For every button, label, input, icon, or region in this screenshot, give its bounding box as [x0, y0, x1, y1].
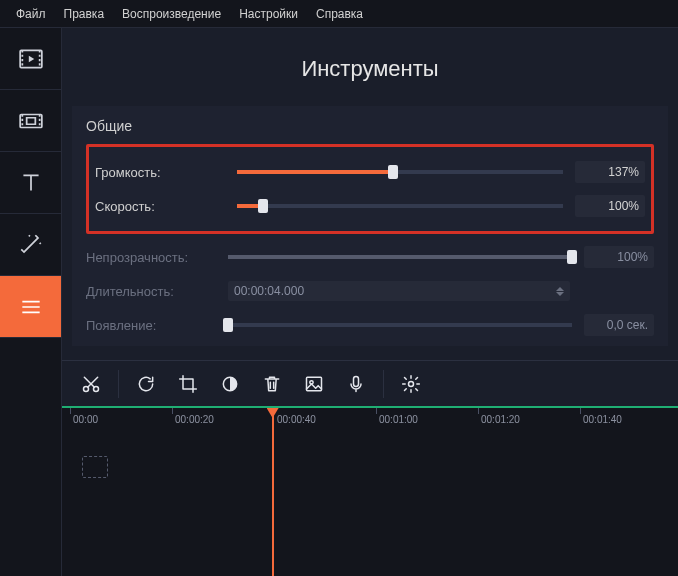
menubar: Файл Правка Воспроизведение Настройки Сп… [0, 0, 678, 28]
side-play-icon[interactable] [0, 28, 61, 90]
cut-button[interactable] [72, 366, 110, 402]
duration-label: Длительность: [86, 284, 216, 299]
highlight-box: Громкость: 137% Скорость: [86, 144, 654, 234]
rotate-button[interactable] [127, 366, 165, 402]
volume-label: Громкость: [95, 165, 225, 180]
svg-rect-1 [20, 114, 42, 127]
track-thumbnail-icon [82, 456, 108, 478]
menu-file[interactable]: Файл [8, 3, 54, 25]
side-clip-icon[interactable] [0, 90, 61, 152]
mic-button[interactable] [337, 366, 375, 402]
duration-value: 00:00:04.000 [234, 284, 304, 298]
section-general: Общие Громкость: 137% Скорость: [72, 106, 668, 346]
content-area: Инструменты Общие Громкость: 137% [62, 28, 678, 576]
side-wand-icon[interactable] [0, 214, 61, 276]
opacity-label: Непрозрачность: [86, 250, 216, 265]
section-head: Общие [86, 118, 654, 144]
contrast-button[interactable] [211, 366, 249, 402]
row-opacity: Непрозрачность: 100% [86, 240, 654, 274]
timecode: 00:00:20 [175, 414, 214, 425]
speed-label: Скорость: [95, 199, 225, 214]
timecode: 00:01:40 [583, 414, 622, 425]
side-hamburger-icon[interactable] [0, 276, 61, 338]
opacity-value: 100% [584, 246, 654, 268]
appear-slider [228, 317, 572, 333]
menu-play[interactable]: Воспроизведение [114, 3, 229, 25]
opacity-thumb [567, 250, 577, 264]
row-appear: Появление: 0,0 сек. [86, 308, 654, 342]
image-button[interactable] [295, 366, 333, 402]
opacity-fill [228, 255, 572, 259]
trash-button[interactable] [253, 366, 291, 402]
timecode: 00:01:00 [379, 414, 418, 425]
divider [118, 370, 119, 398]
main-row: Инструменты Общие Громкость: 137% [0, 28, 678, 576]
divider [383, 370, 384, 398]
volume-slider[interactable] [237, 164, 563, 180]
playhead[interactable] [272, 408, 274, 576]
timeline[interactable]: 00:00 00:00:20 00:00:40 00:01:00 00:01:2… [62, 406, 678, 576]
row-volume: Громкость: 137% [95, 155, 645, 189]
side-toolbar [0, 28, 62, 576]
appear-label: Появление: [86, 318, 216, 333]
menu-help[interactable]: Справка [308, 3, 371, 25]
appear-value: 0,0 сек. [584, 314, 654, 336]
icon-toolbar [62, 360, 678, 406]
crop-button[interactable] [169, 366, 207, 402]
speed-value[interactable]: 100% [575, 195, 645, 217]
row-duration: Длительность: 00:00:04.000 [86, 274, 654, 308]
timecode: 00:00 [73, 414, 98, 425]
duration-input: 00:00:04.000 [228, 281, 570, 301]
speed-slider[interactable] [237, 198, 563, 214]
spinner-icon [556, 287, 564, 296]
panel-title: Инструменты [62, 28, 678, 106]
timecode: 00:01:20 [481, 414, 520, 425]
volume-fill [237, 170, 393, 174]
menu-edit[interactable]: Правка [56, 3, 113, 25]
speed-thumb[interactable] [258, 199, 268, 213]
appear-thumb [223, 318, 233, 332]
volume-thumb[interactable] [388, 165, 398, 179]
opacity-slider [228, 249, 572, 265]
timeline-ruler[interactable]: 00:00 00:00:20 00:00:40 00:01:00 00:01:2… [62, 408, 678, 432]
svg-point-8 [409, 381, 414, 386]
svg-rect-5 [307, 377, 322, 390]
app-window: Файл Правка Воспроизведение Настройки Сп… [0, 0, 678, 576]
volume-value[interactable]: 137% [575, 161, 645, 183]
side-text-icon[interactable] [0, 152, 61, 214]
row-speed: Скорость: 100% [95, 189, 645, 223]
svg-rect-7 [354, 376, 359, 386]
gear-button[interactable] [392, 366, 430, 402]
timecode: 00:00:40 [277, 414, 316, 425]
menu-settings[interactable]: Настройки [231, 3, 306, 25]
